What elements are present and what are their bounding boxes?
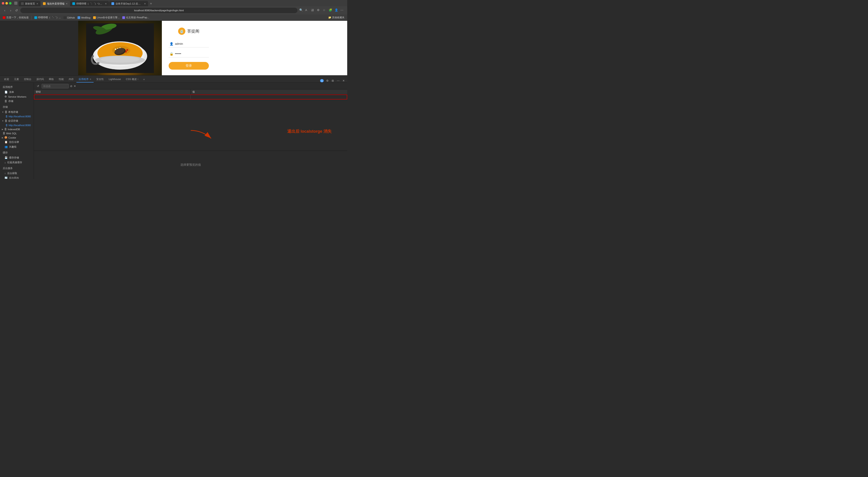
- bookmark-weiblog[interactable]: WeiBlog: [78, 16, 90, 19]
- close-devtools-icon[interactable]: ✕: [342, 79, 345, 83]
- sidebar-item-websql[interactable]: 🗄 Web SQL: [0, 131, 34, 136]
- sidebar-section-storage: 存储: [0, 103, 34, 110]
- tab-label: 业务开发Day1-12-后台系统通道...: [116, 2, 143, 5]
- inspect-icon[interactable]: ⊞: [331, 79, 335, 83]
- tab-label: 新标签页: [25, 2, 35, 5]
- browser-tab-admin[interactable]: 瑞吉外卖管理端 ✕: [41, 1, 70, 6]
- password-input[interactable]: [168, 50, 209, 57]
- refresh-toolbar-button[interactable]: ↺: [36, 84, 40, 88]
- devtools-tab-elements[interactable]: 元素: [12, 76, 21, 83]
- bookmark-icon[interactable]: ☆: [323, 8, 327, 12]
- reload-button[interactable]: ↺: [14, 8, 19, 12]
- more-devtools-icon[interactable]: ⋯: [336, 79, 340, 83]
- sidebar-section-backend: 后台服务: [0, 165, 34, 171]
- sidebar-toggle[interactable]: [14, 2, 18, 5]
- sidebar-item-localstorage-localhost[interactable]: 🗄 http://localhost:8080: [2, 114, 34, 118]
- sidebar-item-indexeddb[interactable]: ▶ 🗄 IndexedDB: [0, 127, 34, 131]
- maximize-button[interactable]: [9, 2, 11, 4]
- back-button[interactable]: ‹: [3, 8, 7, 12]
- more-icon[interactable]: ⋯: [340, 8, 344, 12]
- bookmark-icon: [3, 16, 5, 19]
- tab-label: 瑞吉外卖管理端: [47, 2, 64, 5]
- bookmark-label: 哔哩哔哩（゜-゜）...: [38, 16, 61, 19]
- tab-close-icon[interactable]: ✕: [66, 2, 68, 5]
- bookmarks-bar: 百度一下，你就知道 哔哩哔哩（゜-゜）... GitHub WeiBlog Li…: [0, 14, 347, 21]
- search-icon[interactable]: 🔍: [299, 8, 303, 12]
- clear-filter-icon[interactable]: ⊘: [70, 85, 72, 88]
- table-row-selected[interactable]: [34, 94, 347, 99]
- db-child-icon: 🗄: [5, 115, 8, 118]
- devtools-body: 应用程序 📄 清单 ⚙ Service Workers 🗄 存储 存储: [0, 83, 347, 179]
- annotation-area: 退出后 localstorge 消失: [34, 122, 347, 151]
- settings-icon[interactable]: ⚙: [317, 8, 321, 12]
- sidebar-item-storage-item[interactable]: 🗄 存储: [0, 99, 34, 103]
- username-input[interactable]: [168, 40, 209, 48]
- sidebar-item-serviceworkers[interactable]: ⚙ Service Workers: [0, 94, 34, 99]
- sidebar-item-cache-storage[interactable]: 💾 缓存存储: [0, 155, 34, 160]
- page-content: 🍵 菩提阁 👤 🔒 登录: [0, 21, 347, 75]
- devtools-tab-sources[interactable]: 源代码: [34, 76, 46, 83]
- bookmark-baidu[interactable]: 百度一下，你就知道: [3, 16, 29, 19]
- tab-close-icon[interactable]: ✕: [36, 2, 38, 5]
- chevron-down-icon: ▼: [2, 120, 4, 122]
- user-input-icon: 👤: [169, 42, 174, 46]
- devtools-tab-security[interactable]: 安全性: [94, 76, 106, 83]
- tab-icon: [72, 2, 75, 5]
- address-input[interactable]: [20, 8, 298, 13]
- cookie-icon: 🍪: [4, 136, 7, 139]
- bookmark-bilibili[interactable]: 哔哩哔哩（゜-゜）...: [34, 16, 61, 19]
- tab-close-icon[interactable]: ✕: [144, 2, 146, 5]
- browser-tab-dev[interactable]: 业务开发Day1-12-后台系统通道... ✕: [109, 1, 148, 6]
- devtools-tab-welcome[interactable]: 欢迎: [2, 76, 11, 83]
- forward-button[interactable]: ›: [8, 8, 13, 12]
- add-tab-button[interactable]: +: [141, 76, 147, 83]
- devtools-tab-network[interactable]: 网络: [46, 76, 56, 83]
- sidebar-item-manifest[interactable]: 📄 清单: [0, 90, 34, 94]
- logo-text: 菩提阁: [187, 28, 199, 34]
- sidebar-group-sessionstorage-header[interactable]: ▼ 🗄 会话存储: [0, 118, 34, 123]
- user-icon[interactable]: 👤: [335, 8, 339, 12]
- browser-tab-bilibili[interactable]: 哔哩哔哩（゜-゜）つロ 干杯--bi... ✕: [70, 1, 109, 6]
- bookmark-github[interactable]: GitHub: [64, 16, 75, 19]
- minimize-button[interactable]: [5, 2, 8, 4]
- tab-close-icon[interactable]: ✕: [105, 2, 107, 5]
- filter-input[interactable]: [41, 84, 69, 88]
- devtools-tab-application[interactable]: 应用程序 ✕: [76, 76, 94, 83]
- settings-devtools-icon[interactable]: ⚙: [326, 79, 329, 83]
- sidebar-group-localstorage-header[interactable]: ▼ 🗄 本地存储: [0, 110, 34, 114]
- bookmark-icon: [34, 16, 37, 19]
- bookmark-icon: [64, 16, 66, 19]
- devtools-tab-performance[interactable]: 性能: [57, 76, 66, 83]
- devtools-tab-css[interactable]: CSS 概述 ↑: [124, 76, 141, 83]
- extensions-icon[interactable]: 🧩: [329, 8, 333, 12]
- svg-point-20: [101, 56, 139, 63]
- delete-icon[interactable]: ✕: [74, 85, 76, 88]
- bookmarks-right-folder[interactable]: 📁 其他收藏夹: [328, 16, 344, 19]
- devtools-tab-memory[interactable]: 内存: [66, 76, 76, 83]
- devtools-tab-lighthouse[interactable]: Lighthouse: [106, 76, 123, 83]
- sidebar-item-back-forward-cache[interactable]: ↕ 往返高速缓存: [0, 160, 34, 165]
- bookmark-readpaper[interactable]: 论文阅读-ReadPap...: [122, 16, 149, 19]
- group-label: 本地存储: [8, 110, 18, 114]
- browser-tab-newtab[interactable]: 新标签页 ✕: [19, 1, 40, 6]
- text-size-icon[interactable]: A: [305, 8, 309, 12]
- sidebar-item-interest-groups[interactable]: 👥 兴趣组: [0, 145, 34, 149]
- devtools-main-panel: ↺ ⊘ ✕ 密钥 值: [34, 83, 347, 179]
- close-button[interactable]: [2, 2, 4, 4]
- login-button[interactable]: 登录: [168, 62, 209, 70]
- new-tab-button[interactable]: +: [148, 1, 154, 6]
- sidebar-item-trust-tokens[interactable]: 📋 信任令牌: [0, 140, 34, 145]
- fetch-icon: ↑: [4, 172, 6, 175]
- sidebar-item-background-fetch[interactable]: ↑ 后台获取: [0, 171, 34, 176]
- table-header: 密钥 值: [34, 90, 347, 94]
- tab-close-x[interactable]: ✕: [90, 78, 91, 81]
- sidebar-group-sessionstorage: ▼ 🗄 会话存储 🗄 http://localhost:8080: [0, 118, 34, 127]
- login-logo: 🍵 菩提阁: [178, 28, 199, 35]
- sidebar-item-cookie[interactable]: ▶ 🍪 Cookie: [0, 136, 34, 140]
- bookmark-linux[interactable]: Linux命令提索引擎...: [93, 16, 120, 19]
- sidebar-item-sessionstorage-localhost[interactable]: 🗄 http://localhost:8080: [2, 123, 34, 127]
- sidebar-item-background-sync[interactable]: 🔄 后台同步: [0, 176, 34, 179]
- translate-icon[interactable]: 译: [311, 8, 315, 12]
- sidebar-group-localstorage: ▼ 🗄 本地存储 🗄 http://localhost:8080: [0, 110, 34, 118]
- devtools-tab-console[interactable]: 控制台: [22, 76, 34, 83]
